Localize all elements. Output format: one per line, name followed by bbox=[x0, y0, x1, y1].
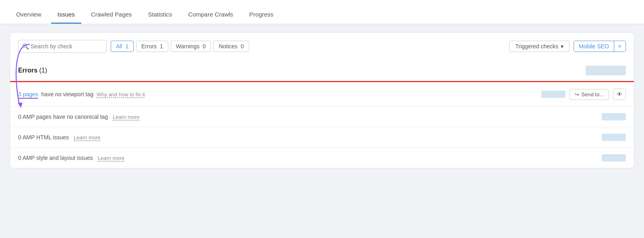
search-input[interactable] bbox=[18, 40, 107, 53]
learn-more-canonical[interactable]: Learn more bbox=[113, 114, 139, 120]
issue-row-viewport: 3 pages have no viewport tag Why and how… bbox=[10, 82, 634, 107]
chip-notices[interactable]: Notices 0 bbox=[213, 41, 249, 52]
issue-row-amp-canonical: 0 AMP pages have no canonical tag Learn … bbox=[10, 107, 634, 127]
search-wrapper: 🔍 bbox=[18, 40, 107, 53]
dropdown-icon: ▾ bbox=[561, 43, 564, 50]
learn-more-amp-html[interactable]: Learn more bbox=[74, 135, 100, 141]
eye-icon: 👁 bbox=[617, 91, 622, 97]
issue-bar-amp-style bbox=[602, 154, 626, 161]
learn-more-amp-style[interactable]: Learn more bbox=[98, 155, 124, 161]
issues-card: 🔍 All 1 Errors 1 Warnings 0 bbox=[10, 32, 634, 168]
issue-row-amp-html: 0 AMP HTML issues Learn more bbox=[10, 127, 634, 148]
top-navigation: Overview Issues Crawled Pages Statistics… bbox=[0, 0, 644, 24]
main-content: 🔍 All 1 Errors 1 Warnings 0 bbox=[0, 24, 644, 176]
errors-bar-chart bbox=[586, 66, 626, 75]
chip-errors[interactable]: Errors 1 bbox=[136, 41, 168, 52]
issue-row-amp-style: 0 AMP style and layout issues Learn more bbox=[10, 148, 634, 168]
chip-warnings[interactable]: Warnings 0 bbox=[171, 41, 211, 52]
fix-link-viewport[interactable]: Why and how to fix it bbox=[97, 91, 145, 97]
tab-crawled-pages[interactable]: Crawled Pages bbox=[85, 6, 138, 24]
issue-bar-canonical bbox=[602, 113, 626, 120]
tab-progress[interactable]: Progress bbox=[243, 6, 280, 24]
send-to-icon: ↪ bbox=[575, 91, 579, 97]
send-to-button[interactable]: ↪ Send to... bbox=[570, 89, 609, 100]
tab-overview[interactable]: Overview bbox=[10, 6, 48, 24]
mobile-seo-label: Mobile SEO bbox=[574, 41, 614, 52]
filter-bar: 🔍 All 1 Errors 1 Warnings 0 bbox=[10, 33, 634, 60]
tab-issues[interactable]: Issues bbox=[51, 6, 81, 24]
errors-section-header: Errors (1) bbox=[10, 60, 634, 81]
errors-title: Errors (1) bbox=[18, 67, 47, 74]
filter-chips: All 1 Errors 1 Warnings 0 Notices 0 bbox=[111, 41, 249, 52]
tab-compare-crawls[interactable]: Compare Crawls bbox=[182, 6, 240, 24]
triggered-checks-button[interactable]: Triggered checks ▾ bbox=[509, 41, 570, 52]
tab-statistics[interactable]: Statistics bbox=[142, 6, 179, 24]
search-icon: 🔍 bbox=[22, 43, 29, 50]
eye-button[interactable]: 👁 bbox=[613, 89, 626, 100]
issue-bar-viewport bbox=[541, 91, 566, 98]
issue-bar-amp-html bbox=[602, 134, 626, 141]
mobile-seo-close-button[interactable]: × bbox=[614, 41, 625, 52]
chip-all[interactable]: All 1 bbox=[111, 41, 134, 52]
viewport-pages-link[interactable]: 3 pages bbox=[18, 91, 38, 97]
mobile-seo-filter: Mobile SEO × bbox=[574, 41, 626, 52]
